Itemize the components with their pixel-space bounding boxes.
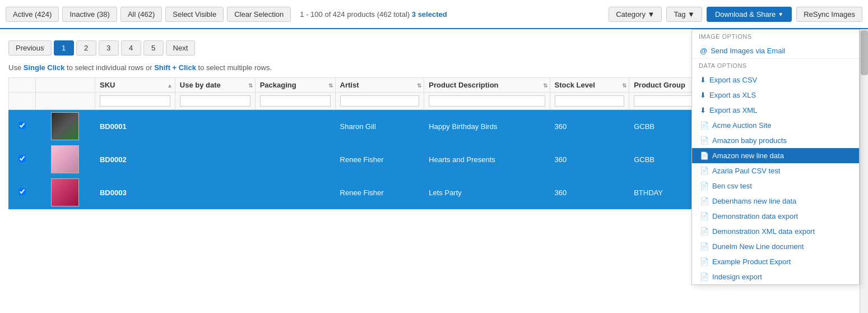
product-thumbnail: [51, 178, 79, 206]
dropdown-item-label-8: Debenhams new line data: [712, 197, 796, 205]
file-icon: 📄: [700, 197, 709, 205]
dropdown-item-label-0: Export as CSV: [709, 76, 757, 84]
sku-filter-input[interactable]: [100, 95, 170, 107]
dropdown-item-label-12: Example Product Export: [712, 257, 791, 266]
row-checkbox-cell: [9, 176, 36, 209]
top-bar: Active (424) Inactive (38) All (462) Sel…: [0, 0, 868, 29]
download-share-button[interactable]: Download & Share ▼: [707, 7, 792, 22]
dropdown-item-4[interactable]: 📄Amazon baby products: [692, 133, 859, 148]
filter-inactive-button[interactable]: Inactive (38): [62, 7, 117, 22]
packaging-filter-input[interactable]: [260, 95, 331, 107]
send-images-email-item[interactable]: @ Send Images via Email: [692, 43, 859, 58]
row-stock-level: 360: [550, 110, 629, 143]
clear-selection-button[interactable]: Clear Selection: [227, 7, 291, 22]
page-4-button[interactable]: 4: [121, 40, 141, 56]
file-icon: 📄: [700, 121, 709, 130]
th-artist[interactable]: Artist ⇅: [335, 78, 424, 93]
email-icon: @: [700, 47, 707, 55]
row-checkbox[interactable]: [18, 155, 26, 162]
previous-page-button[interactable]: Previous: [8, 40, 52, 56]
proddesc-filter-input[interactable]: [429, 95, 545, 107]
row-product-description: Hearts and Presents: [424, 143, 550, 176]
row-use-by-date: [175, 110, 255, 143]
dropdown-item-10[interactable]: 📄Demonstration XML data export: [692, 224, 859, 239]
filter-all-button[interactable]: All (462): [120, 7, 162, 22]
th-use-by-date[interactable]: Use by date ⇅: [175, 78, 255, 93]
dropdown-item-7[interactable]: 📄Ben csv test: [692, 178, 859, 194]
th-filter-sku: [95, 93, 175, 110]
file-icon: 📄: [700, 136, 709, 145]
dropdown-item-3[interactable]: 📄Acme Auction Site: [692, 118, 859, 133]
stocklevel-filter-input[interactable]: [555, 95, 625, 107]
dropdown-item-13[interactable]: 📄Indesign export: [692, 269, 859, 284]
th-packaging[interactable]: Packaging ⇅: [255, 78, 335, 93]
row-product-description: Lets Party: [424, 176, 550, 209]
th-product-description[interactable]: Product Description ⇅: [424, 78, 550, 93]
row-sku[interactable]: BD0002: [95, 143, 175, 176]
row-checkbox-cell: [9, 110, 36, 143]
row-thumbnail-cell: [35, 143, 95, 176]
row-checkbox[interactable]: [18, 122, 26, 129]
dropdown-item-label-4: Amazon baby products: [712, 136, 787, 145]
dropdown-item-0[interactable]: ⬇Export as CSV: [692, 72, 859, 88]
row-packaging: [255, 176, 335, 209]
th-filter-checkbox: [9, 93, 36, 110]
proddesc-sort-icon: ⇅: [543, 82, 547, 88]
th-stock-level[interactable]: Stock Level ⇅: [550, 78, 629, 93]
dropdown-item-12[interactable]: 📄Example Product Export: [692, 254, 859, 269]
dropdown-item-5[interactable]: 📄Amazon new line data: [692, 148, 859, 163]
th-thumbnail: [35, 78, 95, 93]
category-dropdown-button[interactable]: Category ▼: [609, 7, 662, 22]
dropdown-item-9[interactable]: 📄Demonstration data export: [692, 209, 859, 224]
product-count-text: 1 - 100 of 424 products (462 total) 3 se…: [300, 10, 447, 19]
page-1-button[interactable]: 1: [54, 40, 74, 56]
row-thumbnail-cell: [35, 110, 95, 143]
dropdown-item-6[interactable]: 📄Azaria Paul CSV test: [692, 163, 859, 178]
stocklevel-sort-icon: ⇅: [622, 82, 626, 88]
dropdown-item-8[interactable]: 📄Debenhams new line data: [692, 194, 859, 209]
dropdown-item-2[interactable]: ⬇Export as XML: [692, 103, 859, 118]
th-sku[interactable]: SKU ▲: [95, 78, 175, 93]
page-5-button[interactable]: 5: [143, 40, 164, 56]
download-icon: ⬇: [700, 106, 706, 114]
row-artist: Renee Fisher: [335, 176, 424, 209]
dropdown-item-label-7: Ben csv test: [712, 182, 752, 190]
page-3-button[interactable]: 3: [99, 40, 119, 56]
row-stock-level: 360: [550, 143, 629, 176]
scrollbar-thumb[interactable]: [861, 30, 868, 75]
dropdown-item-11[interactable]: 📄Dunelm New Line document: [692, 239, 859, 254]
file-icon: 📄: [700, 242, 709, 251]
row-sku[interactable]: BD0003: [95, 176, 175, 209]
dropdown-item-label-6: Azaria Paul CSV test: [712, 167, 780, 175]
th-filter-thumb: [35, 93, 95, 110]
dropdown-item-label-3: Acme Auction Site: [712, 121, 772, 130]
row-checkbox[interactable]: [18, 188, 26, 195]
dropdown-item-label-9: Demonstration data export: [712, 212, 798, 220]
dropdown-item-label-5: Amazon new line data: [712, 151, 784, 160]
row-sku[interactable]: BD0001: [95, 110, 175, 143]
dropdown-item-1[interactable]: ⬇Export as XLS: [692, 88, 859, 103]
artist-filter-input[interactable]: [340, 95, 420, 107]
row-packaging: [255, 143, 335, 176]
row-artist: Renee Fisher: [335, 143, 424, 176]
artist-sort-icon: ⇅: [417, 82, 421, 88]
select-visible-button[interactable]: Select Visible: [165, 7, 224, 22]
next-page-button[interactable]: Next: [166, 40, 196, 56]
th-checkbox: [9, 78, 36, 93]
usebydate-filter-input[interactable]: [180, 95, 250, 107]
dropdown-item-label-13: Indesign export: [712, 273, 762, 281]
scrollbar-track: [860, 29, 868, 313]
resync-images-button[interactable]: ReSync Images: [796, 7, 862, 22]
row-use-by-date: [175, 143, 255, 176]
file-icon: 📄: [700, 212, 709, 220]
product-thumbnail: [51, 112, 79, 140]
sku-sort-icon: ▲: [167, 82, 173, 88]
page-2-button[interactable]: 2: [76, 40, 96, 56]
download-icon: ⬇: [700, 76, 706, 84]
tag-dropdown-button[interactable]: Tag ▼: [666, 7, 702, 22]
row-use-by-date: [175, 176, 255, 209]
row-artist: Sharon Gill: [335, 110, 424, 143]
download-icon: ⬇: [700, 91, 706, 99]
image-options-title: IMAGE Options: [692, 30, 859, 43]
filter-active-button[interactable]: Active (424): [6, 7, 59, 22]
